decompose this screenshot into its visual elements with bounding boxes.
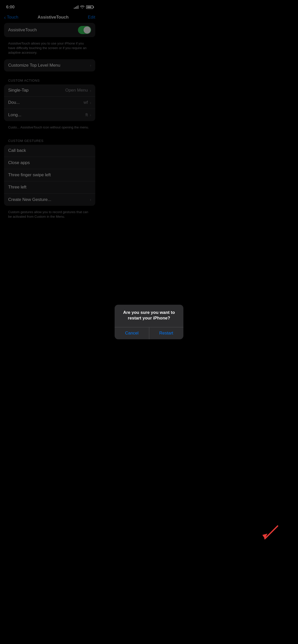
dialog-overlay: Are you sure you want to restart your iP… <box>0 0 99 223</box>
